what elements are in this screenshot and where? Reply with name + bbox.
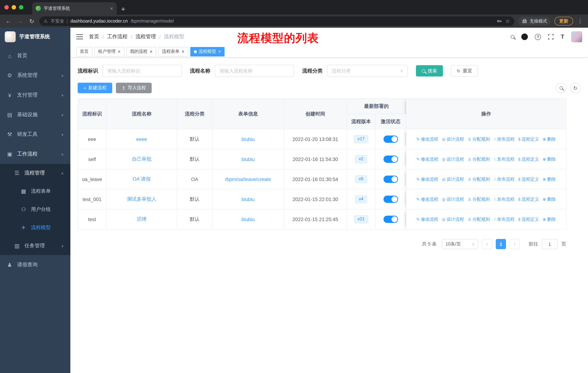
bookmark-star-icon[interactable]: ☆	[505, 18, 510, 24]
browser-tab[interactable]: 芋道管理系统 ×	[32, 2, 117, 15]
update-button[interactable]: 更新	[555, 17, 573, 26]
toggle-search-button[interactable]	[556, 83, 567, 93]
help-icon[interactable]: ?	[535, 34, 541, 40]
form-info-link[interactable]: biubiu	[242, 217, 255, 222]
process-name-link[interactable]: 自己审批	[132, 156, 151, 162]
breadcrumb-item[interactable]: 工作流程	[107, 33, 128, 40]
breadcrumb-item[interactable]: 首页	[89, 33, 99, 40]
row-action-link[interactable]: ⊗ 删除	[543, 156, 556, 162]
github-icon[interactable]	[521, 33, 528, 40]
close-tag-icon[interactable]: ×	[218, 49, 221, 54]
sidebar-item[interactable]: ⚇ 用户分组	[0, 200, 70, 219]
row-action-link[interactable]: ◎ 设计流程	[442, 196, 464, 202]
form-info-link[interactable]: biubiu	[242, 136, 255, 142]
next-page-button[interactable]: ›	[510, 239, 520, 249]
breadcrumb-item[interactable]: 流程模型	[164, 33, 184, 40]
sidebar-item[interactable]: ⚙ 系统管理 ∨	[0, 66, 70, 85]
row-action-link[interactable]: ☝ 发布流程	[494, 176, 514, 182]
page-number-1[interactable]: 1	[496, 239, 506, 249]
search-icon[interactable]	[511, 35, 514, 39]
row-action-link[interactable]: ☝ 发布流程	[494, 156, 514, 162]
row-action-link[interactable]: ♙ 分配规则	[468, 216, 490, 222]
row-action-link[interactable]: ✎ 修改流程	[416, 176, 438, 182]
font-size-icon[interactable]: T	[561, 33, 564, 40]
category-select[interactable]: 流程分类 ∨	[327, 65, 408, 77]
refresh-table-button[interactable]: ↻	[570, 83, 581, 93]
sidebar-item[interactable]: ▣ 工作流程 ∧	[0, 144, 70, 164]
row-action-link[interactable]: ♙ 分配规则	[468, 156, 490, 162]
reload-button[interactable]: ↻	[28, 18, 36, 25]
row-action-link[interactable]: ◎ 设计流程	[442, 156, 464, 162]
tag-item[interactable]: 首页	[76, 47, 92, 56]
browser-menu-icon[interactable]: ⋮	[577, 18, 584, 24]
tag-item[interactable]: 流程模型 ×	[190, 47, 225, 56]
traffic-light-minimize[interactable]	[12, 5, 16, 10]
row-action-link[interactable]: ⊗ 删除	[543, 196, 556, 202]
password-key-icon[interactable]	[497, 18, 503, 24]
sidebar-item[interactable]: ♟ 请假查询	[0, 255, 70, 275]
import-process-button[interactable]: ↥ 导入流程	[116, 83, 152, 93]
active-toggle[interactable]	[383, 196, 398, 203]
form-info-link[interactable]: biubiu	[242, 197, 255, 202]
process-name-link[interactable]: 滔博	[137, 216, 147, 222]
user-avatar[interactable]	[571, 31, 582, 42]
sidebar-item[interactable]: ▤ 基础设施 ∨	[0, 105, 70, 125]
tag-item[interactable]: 租户管理 ×	[94, 47, 124, 56]
process-name-link[interactable]: eeee	[136, 136, 147, 142]
new-tab-button[interactable]: +	[121, 5, 125, 13]
sidebar-item[interactable]: ⌂ 首页	[0, 46, 70, 66]
fullscreen-icon[interactable]	[548, 34, 554, 40]
process-name-input[interactable]	[215, 65, 294, 77]
sidebar-item[interactable]: ✈ 流程模型	[0, 219, 70, 237]
traffic-light-zoom[interactable]	[19, 5, 23, 10]
page-size-select[interactable]: 10条/页 ∨	[442, 239, 478, 249]
form-info-link[interactable]: biubiu	[242, 156, 255, 162]
row-action-link[interactable]: ✎ 修改流程	[416, 136, 438, 142]
search-button[interactable]: 搜索	[416, 65, 443, 77]
row-action-link[interactable]: ♙ 分配规则	[468, 196, 490, 202]
sidebar-item[interactable]: ▦ 流程表单	[0, 182, 70, 200]
row-action-link[interactable]: ◎ 设计流程	[442, 216, 464, 222]
row-action-link[interactable]: ✎ 修改流程	[416, 216, 438, 222]
row-action-link[interactable]: ♙ 分配规则	[468, 176, 490, 182]
close-tag-icon[interactable]: ×	[181, 49, 184, 54]
close-tag-icon[interactable]: ×	[118, 49, 120, 54]
close-tab-icon[interactable]: ×	[110, 5, 113, 11]
row-action-link[interactable]: § 流程定义	[518, 156, 539, 162]
row-action-link[interactable]: ◎ 设计流程	[442, 176, 464, 182]
close-tag-icon[interactable]: ×	[150, 49, 152, 54]
row-action-link[interactable]: ☝ 发布流程	[494, 136, 514, 142]
address-bar[interactable]: ⚠ 不安全 dashboard.yudao.iocoder.cn /bpm/ma…	[39, 16, 514, 26]
active-toggle[interactable]	[383, 135, 398, 143]
create-process-button[interactable]: + 新建流程	[78, 83, 112, 93]
row-action-link[interactable]: ◎ 设计流程	[442, 136, 464, 142]
sidebar-toggle-icon[interactable]	[76, 34, 83, 39]
row-action-link[interactable]: ⊗ 删除	[543, 136, 556, 142]
prev-page-button[interactable]: ‹	[482, 239, 492, 249]
forward-button[interactable]: →	[16, 18, 24, 24]
sidebar-item[interactable]: ¥ 支付管理 ∨	[0, 85, 70, 105]
row-action-link[interactable]: § 流程定义	[518, 196, 539, 202]
row-action-link[interactable]: ♙ 分配规则	[468, 136, 490, 142]
sidebar-item[interactable]: ☰ 流程管理 ∧	[0, 164, 70, 182]
active-toggle[interactable]	[383, 176, 398, 183]
row-action-link[interactable]: § 流程定义	[518, 216, 539, 222]
sidebar-item[interactable]: ⚒ 研发工具 ∨	[0, 125, 70, 144]
row-action-link[interactable]: ⊗ 删除	[543, 216, 556, 222]
process-name-link[interactable]: 测试多审批人	[127, 196, 156, 202]
tag-item[interactable]: 我的流程 ×	[126, 47, 156, 56]
row-action-link[interactable]: ☝ 发布流程	[494, 196, 514, 202]
back-button[interactable]: ←	[4, 18, 12, 24]
row-action-link[interactable]: § 流程定义	[518, 136, 539, 142]
active-toggle[interactable]	[383, 156, 398, 163]
reset-button[interactable]: ↻ 重置	[451, 65, 478, 77]
row-action-link[interactable]: ✎ 修改流程	[416, 156, 438, 162]
row-action-link[interactable]: ☝ 发布流程	[494, 216, 514, 222]
sidebar-item[interactable]: ▥ 任务管理 ∨	[0, 237, 70, 255]
row-action-link[interactable]: ⊗ 删除	[543, 176, 556, 182]
tag-item[interactable]: 流程表单 ×	[158, 47, 188, 56]
process-key-input[interactable]	[102, 65, 182, 77]
row-action-link[interactable]: § 流程定义	[518, 176, 539, 182]
active-toggle[interactable]	[383, 216, 398, 223]
form-info-link[interactable]: /bpm/oa/leave/create	[225, 176, 271, 182]
